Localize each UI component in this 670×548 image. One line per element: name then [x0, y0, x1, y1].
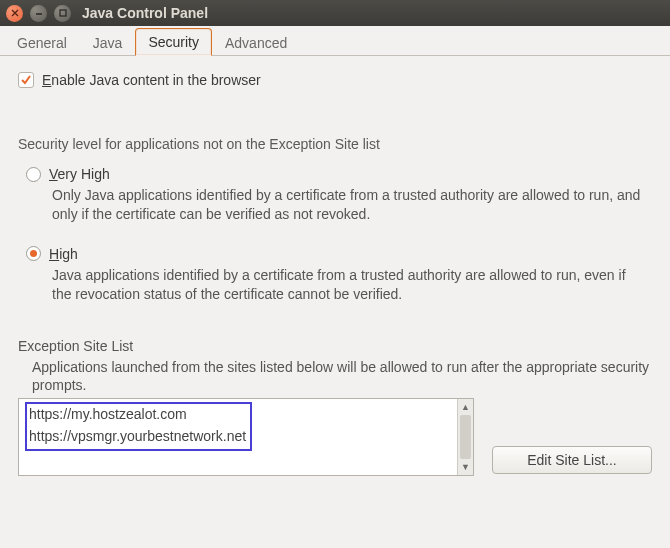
tab-general[interactable]: General [4, 29, 80, 56]
exception-site-heading: Exception Site List [18, 338, 652, 354]
scrollbar[interactable]: ▲ ▼ [457, 399, 473, 475]
radio-very-high-desc: Only Java applications identified by a c… [52, 186, 647, 224]
tab-content-security: Enable Java content in the browser Secur… [0, 56, 670, 486]
tab-bar: General Java Security Advanced [0, 26, 670, 56]
enable-java-checkbox[interactable] [18, 72, 34, 88]
window-title: Java Control Panel [82, 5, 208, 21]
enable-java-label: Enable Java content in the browser [42, 72, 261, 88]
radio-high-desc: Java applications identified by a certif… [52, 266, 647, 304]
high-mnemonic: H [49, 246, 59, 262]
very-high-text: ery High [58, 166, 110, 182]
high-text: igh [59, 246, 78, 262]
scroll-down-icon[interactable]: ▼ [458, 459, 473, 475]
tab-advanced[interactable]: Advanced [212, 29, 300, 56]
list-item[interactable]: https://vpsmgr.yourbestnetwork.net [29, 426, 246, 448]
svg-rect-0 [60, 10, 66, 16]
radio-high-label: High [49, 246, 78, 262]
exception-site-highlight: https://my.hostzealot.com https://vpsmgr… [25, 402, 252, 451]
tab-security[interactable]: Security [135, 28, 212, 56]
minimize-icon[interactable] [30, 5, 47, 22]
radio-high[interactable] [26, 246, 41, 261]
exception-site-desc: Applications launched from the sites lis… [32, 358, 652, 394]
very-high-mnemonic: V [49, 166, 58, 182]
list-item[interactable]: https://my.hostzealot.com [29, 404, 246, 426]
enable-java-label-text: nable Java content in the browser [51, 72, 260, 88]
scroll-thumb[interactable] [460, 415, 471, 459]
radio-very-high[interactable] [26, 167, 41, 182]
edit-site-list-button[interactable]: Edit Site List... [492, 446, 652, 474]
tab-java[interactable]: Java [80, 29, 136, 56]
exception-site-listbox[interactable]: https://my.hostzealot.com https://vpsmgr… [18, 398, 474, 476]
maximize-icon[interactable] [54, 5, 71, 22]
scroll-up-icon[interactable]: ▲ [458, 399, 473, 415]
window-titlebar: Java Control Panel [0, 0, 670, 26]
radio-very-high-label: Very High [49, 166, 110, 182]
security-level-heading: Security level for applications not on t… [18, 136, 652, 152]
enable-java-mnemonic: E [42, 72, 51, 88]
close-icon[interactable] [6, 5, 23, 22]
